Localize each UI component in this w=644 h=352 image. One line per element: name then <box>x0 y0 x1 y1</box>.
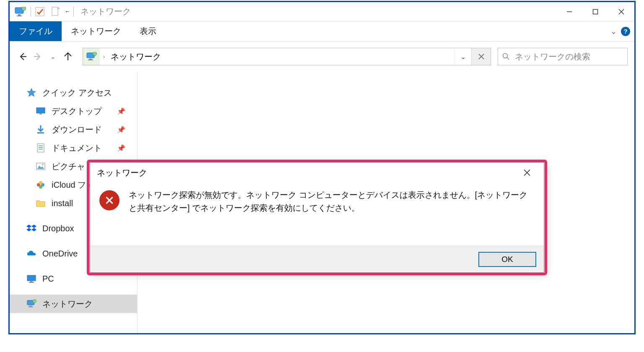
dialog-footer: OK <box>90 246 544 272</box>
dialog-message: ネットワーク探索が無効です。ネットワーク コンピューターとデバイスは表示されませ… <box>129 189 535 215</box>
recent-locations-chevron-icon[interactable]: ⌄ <box>47 49 59 64</box>
titlebar: ↽ ネットワーク <box>10 2 634 21</box>
ribbon: ファイル ネットワーク 表示 ⌄ ? <box>10 21 634 41</box>
address-segment[interactable]: ネットワーク <box>108 51 454 62</box>
quick-access-star-icon <box>26 88 36 98</box>
maximize-button[interactable] <box>582 3 608 21</box>
window-title: ネットワーク <box>80 6 131 17</box>
address-location-icon[interactable] <box>83 48 100 65</box>
dropbox-icon <box>26 223 36 233</box>
ribbon-tab-file[interactable]: ファイル <box>10 21 62 41</box>
error-icon <box>99 190 119 210</box>
sidebar-item-downloads[interactable]: ダウンロード 📌 <box>10 120 137 139</box>
sidebar-quick-access[interactable]: クイック アクセス <box>10 83 137 102</box>
qat-separator <box>31 7 31 17</box>
ribbon-collapse-chevron-icon[interactable]: ⌄ <box>610 27 617 36</box>
qat-separator <box>73 7 74 17</box>
dialog-titlebar: ネットワーク <box>90 163 544 183</box>
sidebar-item-label: Dropbox <box>42 224 74 233</box>
error-dialog: ネットワーク ネットワーク探索が無効です。ネットワーク コンピューターとデバイス… <box>90 162 544 273</box>
network-app-icon <box>13 5 27 19</box>
document-icon <box>36 143 46 153</box>
up-button[interactable] <box>62 49 74 64</box>
address-history-chevron-icon[interactable]: ⌄ <box>454 48 471 65</box>
svg-point-35 <box>39 185 42 189</box>
svg-rect-45 <box>29 306 33 307</box>
pc-icon <box>26 274 36 284</box>
svg-line-20 <box>507 57 509 60</box>
address-refresh-button[interactable] <box>471 48 491 65</box>
svg-rect-15 <box>88 60 93 60</box>
svg-point-34 <box>39 181 42 184</box>
pin-icon: 📌 <box>117 107 125 115</box>
ribbon-tab-view[interactable]: 表示 <box>130 21 166 41</box>
minimize-button[interactable] <box>556 3 582 21</box>
onedrive-icon <box>26 248 36 259</box>
explorer-window: ↽ ネットワーク ファイル ネットワーク 表示 ⌄ ? ⌄ <box>8 1 636 334</box>
svg-rect-40 <box>27 275 36 281</box>
svg-marker-36 <box>26 225 31 228</box>
sidebar-item-desktop[interactable]: デスクトップ 📌 <box>10 102 137 120</box>
sidebar-item-network[interactable]: ネットワーク <box>10 295 137 313</box>
nav-row: ⌄ › ネットワーク ⌄ ネットワークの検索 <box>10 41 634 72</box>
close-button[interactable] <box>608 3 634 21</box>
address-bar[interactable]: › ネットワーク ⌄ <box>83 48 491 65</box>
svg-rect-1 <box>18 14 21 16</box>
svg-rect-23 <box>39 114 42 114</box>
sidebar-item-label: PC <box>42 274 54 284</box>
pin-icon: 📌 <box>117 126 125 134</box>
svg-rect-5 <box>52 7 58 16</box>
desktop-icon <box>36 106 46 116</box>
sidebar-item-label: ピクチャ <box>52 161 85 172</box>
help-icon[interactable]: ? <box>621 27 630 36</box>
sidebar-item-documents[interactable]: ドキュメント 📌 <box>10 139 137 157</box>
icloud-icon <box>36 180 46 190</box>
sidebar-item-label: クイック アクセス <box>42 87 112 98</box>
svg-marker-37 <box>31 225 36 228</box>
dialog-title: ネットワーク <box>97 167 147 179</box>
svg-point-31 <box>42 164 44 166</box>
search-box[interactable]: ネットワークの検索 <box>498 48 628 65</box>
qat-newfolder-icon[interactable] <box>49 5 63 19</box>
search-placeholder: ネットワークの検索 <box>515 51 590 62</box>
svg-point-3 <box>22 7 26 10</box>
download-icon <box>36 124 46 135</box>
qat-customize-chevron-icon[interactable]: ↽ <box>65 9 69 14</box>
svg-point-46 <box>33 299 36 303</box>
pin-icon: 📌 <box>117 144 125 152</box>
svg-point-19 <box>503 54 508 58</box>
sidebar-item-label: デスクトップ <box>52 106 102 117</box>
svg-point-16 <box>93 52 97 56</box>
svg-rect-25 <box>37 144 44 152</box>
svg-marker-21 <box>27 88 36 96</box>
sidebar-item-label: OneDrive <box>42 249 78 259</box>
svg-rect-14 <box>89 59 92 60</box>
svg-rect-7 <box>593 9 598 14</box>
search-icon <box>502 53 510 60</box>
address-separator-icon[interactable]: › <box>100 53 108 60</box>
sidebar-item-label: ネットワーク <box>42 298 93 310</box>
qat-properties-icon[interactable] <box>33 5 47 19</box>
svg-marker-38 <box>26 228 31 231</box>
pictures-icon <box>36 161 46 171</box>
dialog-ok-button[interactable]: OK <box>478 252 536 267</box>
svg-rect-4 <box>36 8 44 16</box>
svg-rect-41 <box>30 281 33 282</box>
back-button[interactable] <box>16 49 29 64</box>
ribbon-tab-network[interactable]: ネットワーク <box>62 21 130 41</box>
svg-rect-22 <box>36 108 45 113</box>
folder-icon <box>36 198 46 208</box>
svg-rect-2 <box>17 16 22 16</box>
svg-rect-44 <box>29 306 32 307</box>
forward-button[interactable] <box>31 49 44 64</box>
sidebar-item-label: ダウンロード <box>52 124 102 135</box>
svg-rect-42 <box>29 282 34 283</box>
dialog-close-button[interactable] <box>517 163 537 183</box>
svg-marker-39 <box>31 228 36 231</box>
sidebar-item-label: install <box>52 199 73 208</box>
sidebar-item-label: ドキュメント <box>52 142 102 154</box>
network-icon <box>26 299 36 309</box>
